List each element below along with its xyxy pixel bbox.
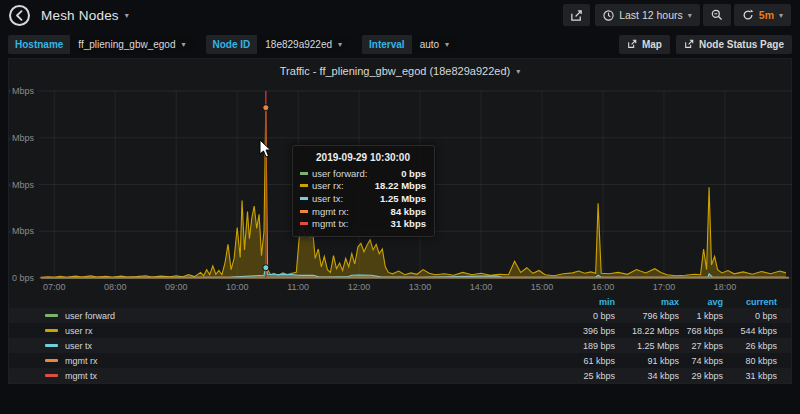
- refresh-interval-label[interactable]: 5m: [759, 9, 774, 21]
- x-tick-label: 07:00: [43, 282, 66, 292]
- legend-row-user-forward[interactable]: user forward0 bps796 kbps1 kbps0 bps: [9, 308, 791, 323]
- share-icon: [570, 9, 583, 22]
- chevron-down-icon: ▾: [688, 11, 692, 20]
- x-tick-label: 16:00: [592, 282, 615, 292]
- submenu-row: Hostnameff_pliening_gbw_egod▾Node ID18e8…: [0, 30, 800, 58]
- dashboard-title[interactable]: Mesh Nodes: [41, 8, 119, 23]
- x-tick-label: 11:00: [287, 282, 309, 292]
- x-tick-label: 17:00: [653, 282, 676, 292]
- series-color-swatch: [300, 184, 308, 187]
- variable-label: Hostname: [8, 35, 70, 54]
- series-name[interactable]: user rx: [65, 326, 93, 336]
- link-label: Node Status Page: [699, 39, 784, 50]
- x-tick-label: 09:00: [165, 282, 188, 292]
- series-max: 1.25 Mbps: [615, 341, 679, 351]
- link-button-map[interactable]: Map: [619, 35, 670, 54]
- tooltip-series-value: 31 kbps: [391, 218, 426, 229]
- legend-col-avg[interactable]: avg: [679, 297, 723, 307]
- series-color-swatch: [45, 329, 58, 332]
- variable-value-dropdown[interactable]: 18e829a922ed▾: [257, 35, 350, 54]
- link-label: Map: [642, 39, 662, 50]
- external-link-icon: [627, 39, 637, 49]
- series-max: 34 kbps: [615, 371, 679, 381]
- variable-label: Interval: [362, 35, 412, 54]
- series-name[interactable]: user tx: [65, 341, 92, 351]
- series-current: 544 kbps: [723, 326, 777, 336]
- chevron-down-icon: ▾: [516, 67, 520, 76]
- top-navbar: Mesh Nodes ▾ Last 12 hours ▾: [0, 0, 800, 30]
- variable-label: Node ID: [206, 35, 258, 54]
- y-tick-label: 5 Mbps: [9, 226, 34, 236]
- link-button-node-status-page[interactable]: Node Status Page: [676, 35, 792, 54]
- series-name[interactable]: mgmt rx: [65, 356, 98, 366]
- series-name[interactable]: mgmt tx: [65, 371, 97, 381]
- arrow-left-icon: [14, 10, 25, 21]
- variable-current-value: ff_pliening_gbw_egod: [78, 39, 175, 50]
- tooltip-row: mgmt tx:31 kbps: [300, 217, 426, 230]
- series-min: 0 bps: [523, 311, 615, 321]
- variable-value-dropdown[interactable]: auto▾: [412, 35, 457, 54]
- series-avg: 1 kbps: [679, 311, 723, 321]
- legend-col-max[interactable]: max: [615, 297, 679, 307]
- series-max: 18.22 Mbps: [615, 326, 679, 336]
- x-tick-label: 10:00: [226, 282, 249, 292]
- series-avg: 74 kbps: [679, 356, 723, 366]
- legend-row-mgmt-rx[interactable]: mgmt rx61 kbps91 kbps74 kbps80 kbps: [9, 353, 791, 368]
- tooltip-series-label: mgmt tx:: [312, 218, 391, 229]
- back-button[interactable]: [9, 5, 30, 26]
- tooltip-row: mgmt rx:84 kbps: [300, 205, 426, 218]
- series-avg: 29 kbps: [679, 371, 723, 381]
- series-min: 396 bps: [523, 326, 615, 336]
- graph-tooltip: 2019-09-29 10:30:00 user forward:0 bpsus…: [292, 145, 435, 237]
- tooltip-series-label: user tx:: [312, 193, 380, 204]
- refresh-button[interactable]: 5m ▾: [734, 4, 791, 26]
- legend-row-user-tx[interactable]: user tx189 bps1.25 Mbps27 kbps26 kbps: [9, 338, 791, 353]
- series-avg: 27 kbps: [679, 341, 723, 351]
- tooltip-row: user forward:0 bps: [300, 167, 426, 180]
- chevron-down-icon[interactable]: ▾: [779, 11, 783, 20]
- series-color-swatch: [300, 197, 308, 200]
- series-current: 31 kbps: [723, 371, 777, 381]
- series-name[interactable]: user forward: [65, 311, 115, 321]
- x-tick-label: 18:00: [714, 282, 737, 292]
- chevron-down-icon[interactable]: ▾: [125, 11, 129, 20]
- y-tick-label: 15 Mbps: [9, 133, 34, 143]
- tooltip-series-value: 0 bps: [401, 168, 426, 179]
- series-color-swatch: [45, 359, 58, 362]
- dashboard-links: MapNode Status Page: [619, 35, 792, 54]
- series-min: 25 kbps: [523, 371, 615, 381]
- series-current: 0 bps: [723, 311, 777, 321]
- y-tick-label: 0 bps: [12, 273, 35, 283]
- panel-title-menu[interactable]: Traffic - ff_pliening_gbw_egod (18e829a9…: [9, 59, 791, 83]
- variable-hostname: Hostnameff_pliening_gbw_egod▾: [8, 35, 194, 54]
- legend-table: min max avg current user forward0 bps796…: [9, 295, 791, 383]
- chevron-down-icon: ▾: [338, 40, 342, 49]
- time-range-picker[interactable]: Last 12 hours ▾: [595, 4, 700, 26]
- series-color-swatch: [300, 172, 308, 175]
- tooltip-series-value: 18.22 Mbps: [375, 180, 426, 191]
- tooltip-series-label: user rx:: [312, 180, 375, 191]
- time-range-label: Last 12 hours: [619, 9, 683, 21]
- refresh-icon: [742, 9, 754, 21]
- variable-node-id: Node ID18e829a922ed▾: [206, 35, 351, 54]
- series-color-swatch: [45, 374, 58, 377]
- legend-row-mgmt-tx[interactable]: mgmt tx25 kbps34 kbps29 kbps31 kbps: [9, 368, 791, 383]
- series-avg: 768 kbps: [679, 326, 723, 336]
- legend-row-user-rx[interactable]: user rx396 bps18.22 Mbps768 kbps544 kbps: [9, 323, 791, 338]
- series-max: 796 kbps: [615, 311, 679, 321]
- tooltip-series-label: user forward:: [312, 168, 401, 179]
- hover-point: [263, 265, 269, 271]
- tooltip-series-label: mgmt rx:: [312, 206, 391, 217]
- x-tick-label: 08:00: [104, 282, 127, 292]
- hover-point: [263, 105, 269, 111]
- series-color-swatch: [300, 222, 308, 225]
- share-button[interactable]: [563, 4, 590, 26]
- zoom-out-button[interactable]: [703, 4, 731, 26]
- x-tick-label: 15:00: [531, 282, 554, 292]
- legend-col-min[interactable]: min: [523, 297, 615, 307]
- variable-value-dropdown[interactable]: ff_pliening_gbw_egod▾: [70, 35, 193, 54]
- x-tick-label: 12:00: [348, 282, 371, 292]
- series-current: 26 kbps: [723, 341, 777, 351]
- panel-title: Traffic - ff_pliening_gbw_egod (18e829a9…: [280, 65, 510, 77]
- legend-col-current[interactable]: current: [723, 297, 777, 307]
